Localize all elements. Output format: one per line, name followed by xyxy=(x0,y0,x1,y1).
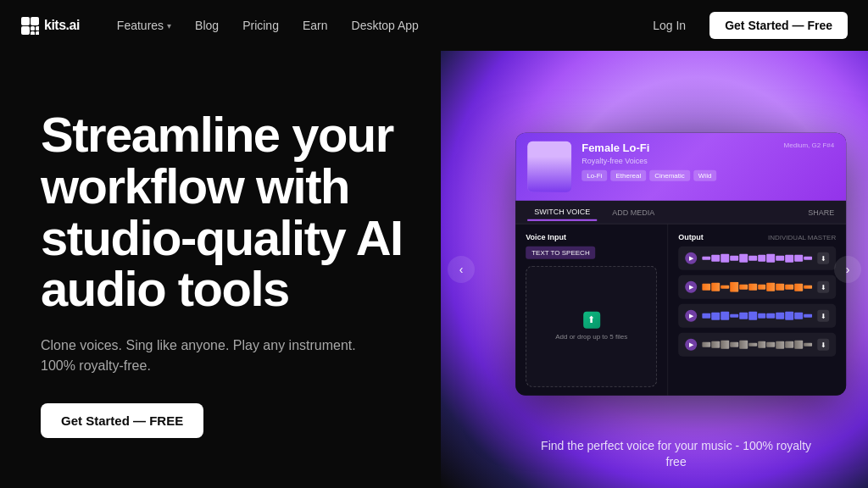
svg-rect-5 xyxy=(31,31,35,35)
download-button-1[interactable]: ⬇ xyxy=(817,252,829,264)
input-mode-text[interactable]: TEXT TO SPEECH xyxy=(526,247,595,259)
app-output-panel: Output INDIVIDUAL MASTER ▶ xyxy=(668,225,846,396)
nav-links: Features ▾ Blog Pricing Earn Desktop App xyxy=(107,14,643,37)
audio-track-2: ▶ xyxy=(678,275,836,299)
app-tabs: SWITCH VOICE ADD MEDIA SHARE xyxy=(515,201,846,225)
output-sub: INDIVIDUAL MASTER xyxy=(768,233,836,241)
upload-zone[interactable]: ⬆ Add or drop up to 5 files xyxy=(526,266,657,387)
tab-switch-voice[interactable]: SWITCH VOICE xyxy=(527,203,597,220)
audio-track-4: ▶ xyxy=(678,333,836,357)
hero-section: Streamline your workflow with studio-qua… xyxy=(0,51,868,488)
get-started-button[interactable]: Get Started — Free xyxy=(709,12,848,39)
waveform-4 xyxy=(702,340,812,350)
output-title: Output xyxy=(678,233,704,241)
login-button[interactable]: Log In xyxy=(643,14,696,37)
download-button-3[interactable]: ⬇ xyxy=(817,310,829,322)
logo-text: kits.ai xyxy=(44,18,80,33)
nav-item-pricing[interactable]: Pricing xyxy=(232,14,289,37)
carousel-prev-button[interactable]: ‹ xyxy=(448,256,475,283)
app-voice-input-panel: Voice Input TEXT TO SPEECH ⬆ Add or drop… xyxy=(515,225,668,396)
tag-wild: Wild xyxy=(693,170,717,181)
svg-rect-0 xyxy=(21,17,30,25)
download-button-4[interactable]: ⬇ xyxy=(817,339,829,351)
upload-icon: ⬆ xyxy=(583,312,600,329)
logo[interactable]: kits.ai xyxy=(20,16,80,35)
nav-item-desktop-app[interactable]: Desktop App xyxy=(342,14,429,37)
play-button-2[interactable]: ▶ xyxy=(685,281,697,293)
tag-cinematic: Cinematic xyxy=(649,170,690,181)
nav-item-earn[interactable]: Earn xyxy=(292,14,338,37)
upload-text: Add or drop up to 5 files xyxy=(555,332,627,341)
input-mode-tabs: TEXT TO SPEECH xyxy=(526,247,657,259)
tag-lofi: Lo-Fi xyxy=(581,170,607,181)
navbar: kits.ai Features ▾ Blog Pricing Earn Des… xyxy=(0,0,868,51)
svg-rect-4 xyxy=(36,26,39,30)
nav-item-features[interactable]: Features ▾ xyxy=(107,14,181,37)
hero-caption: Find the perfect voice for your music - … xyxy=(541,438,812,471)
waveform-1 xyxy=(702,253,812,263)
nav-right: Log In Get Started — Free xyxy=(643,12,848,39)
app-voice-tags: Lo-Fi Ethereal Cinematic Wild xyxy=(581,170,834,181)
nav-item-blog[interactable]: Blog xyxy=(185,14,229,37)
svg-rect-3 xyxy=(31,26,35,30)
hero-title: Streamline your workflow with studio-qua… xyxy=(41,109,441,316)
voice-input-title: Voice Input xyxy=(526,233,657,241)
play-button-4[interactable]: ▶ xyxy=(685,339,697,351)
carousel-next-button[interactable]: › xyxy=(834,256,861,283)
audio-track-1: ▶ xyxy=(678,247,836,270)
app-screenshot: Female Lo-Fi Royalty-free Voices Lo-Fi E… xyxy=(515,133,846,396)
hero-right: Female Lo-Fi Royalty-free Voices Lo-Fi E… xyxy=(441,51,868,488)
play-button-1[interactable]: ▶ xyxy=(685,252,697,264)
tab-share[interactable]: SHARE xyxy=(808,208,834,216)
play-button-3[interactable]: ▶ xyxy=(685,310,697,322)
hero-cta-button[interactable]: Get Started — FREE xyxy=(41,403,203,438)
hero-left: Streamline your workflow with studio-qua… xyxy=(0,51,441,488)
audio-track-3: ▶ xyxy=(678,304,836,328)
tag-ethereal: Ethereal xyxy=(610,170,646,181)
svg-rect-2 xyxy=(21,26,30,35)
app-body: Voice Input TEXT TO SPEECH ⬆ Add or drop… xyxy=(515,225,846,396)
hero-subtitle: Clone voices. Sing like anyone. Play any… xyxy=(41,336,363,376)
chevron-down-icon: ▾ xyxy=(167,21,171,30)
logo-icon xyxy=(20,16,39,35)
app-voice-thumbnail xyxy=(527,141,571,192)
waveform-2 xyxy=(702,282,812,292)
app-voice-meta: Medium, G2 F#4 xyxy=(784,141,835,149)
app-header: Female Lo-Fi Royalty-free Voices Lo-Fi E… xyxy=(515,133,846,201)
download-button-2[interactable]: ⬇ xyxy=(817,281,829,293)
app-voice-sub: Royalty-free Voices xyxy=(581,157,834,165)
svg-rect-1 xyxy=(31,17,39,25)
waveform-3 xyxy=(702,311,812,321)
tab-add-media[interactable]: ADD MEDIA xyxy=(605,204,661,219)
svg-rect-6 xyxy=(36,31,39,35)
output-header: Output INDIVIDUAL MASTER xyxy=(678,233,836,241)
